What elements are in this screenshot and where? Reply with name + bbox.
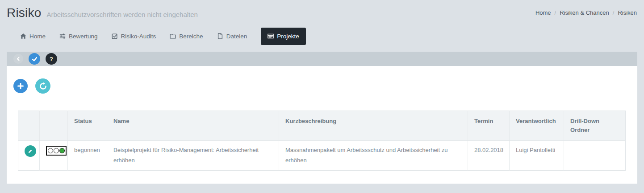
- question-mark-icon: ?: [50, 56, 53, 62]
- add-button[interactable]: [13, 79, 28, 93]
- traffic-bulb-3-green: [59, 148, 65, 153]
- help-button[interactable]: ?: [46, 53, 57, 65]
- check-icon: [32, 56, 38, 62]
- main-panel: ? Status Name Kurzbeschrei: [7, 52, 637, 184]
- tab-risiko-audits[interactable]: Risiko-Audits: [112, 33, 156, 40]
- kurzbeschreibung-cell: Massnahmenpakelt um Arbeitssschutz und A…: [279, 141, 468, 171]
- column-header-drilldown: Drill-Down Ordner: [564, 111, 626, 141]
- tab-projekte[interactable]: Projekte: [261, 28, 306, 45]
- column-header-name: Name: [107, 111, 279, 141]
- tab-bar: Home Bewertung Risiko-Audits Bereiche Da…: [20, 27, 637, 45]
- tab-label: Bereiche: [179, 33, 203, 40]
- page-subtitle: Arbeitsschutzvorschriften werden nicht e…: [46, 11, 198, 18]
- edit-row-button[interactable]: [25, 145, 36, 157]
- tab-label: Bewertung: [69, 33, 98, 40]
- traffic-bulb-2: [54, 148, 59, 153]
- termin-cell: 28.02.2018: [468, 141, 510, 171]
- refresh-icon: [39, 82, 47, 90]
- chevron-left-icon: [16, 57, 21, 61]
- table-row: begonnen Beispielprojekt für Risiko-Mana…: [18, 141, 626, 171]
- column-header-edit: [18, 111, 40, 141]
- traffic-light-cell: [40, 141, 68, 171]
- traffic-bulb-1: [48, 148, 53, 153]
- tab-bereiche[interactable]: Bereiche: [170, 33, 203, 40]
- breadcrumb-separator: /: [613, 9, 615, 16]
- sliders-icon: [59, 33, 66, 39]
- column-header-status: Status: [68, 111, 107, 141]
- toolbar-strip: ?: [7, 52, 637, 66]
- status-cell: begonnen: [68, 141, 107, 171]
- column-header-verantwortlich: Verantwortlich: [510, 111, 564, 141]
- column-header-termin: Termin: [468, 111, 510, 141]
- check-square-icon: [112, 33, 118, 39]
- plus-icon: [17, 82, 24, 90]
- tab-label: Home: [29, 33, 46, 40]
- pencil-icon: [28, 148, 33, 154]
- name-cell: Beispielprojekt für Risiko-Management: A…: [107, 141, 279, 171]
- traffic-light-icon[interactable]: [46, 146, 67, 156]
- column-header-traffic: [40, 111, 68, 141]
- page-title: Risiko: [7, 6, 41, 20]
- tab-home[interactable]: Home: [20, 33, 46, 40]
- back-button[interactable]: [13, 54, 23, 64]
- breadcrumb-separator: /: [555, 9, 556, 16]
- projects-table: Status Name Kurzbeschreibung Termin Vera…: [18, 111, 626, 171]
- breadcrumb-risiken[interactable]: Risiken: [618, 9, 637, 16]
- tab-bewertung[interactable]: Bewertung: [59, 33, 98, 40]
- drilldown-cell: [564, 141, 626, 171]
- tab-dateien[interactable]: Dateien: [217, 33, 247, 40]
- tab-label: Risiko-Audits: [121, 33, 156, 40]
- tab-label: Dateien: [226, 33, 247, 40]
- verantwortlich-cell: Luigi Pantolletti: [510, 141, 564, 171]
- column-header-kurzbeschreibung: Kurzbeschreibung: [279, 111, 468, 141]
- action-row: [13, 78, 625, 94]
- table-header-row: Status Name Kurzbeschreibung Termin Vera…: [18, 111, 626, 141]
- breadcrumb-risiken-chancen[interactable]: Risiken & Chancen: [560, 9, 609, 16]
- edit-cell: [18, 141, 40, 171]
- breadcrumb-home[interactable]: Home: [535, 9, 551, 16]
- list-icon: [268, 33, 274, 39]
- page-header: Risiko Arbeitsschutzvorschriften werden …: [0, 0, 644, 45]
- content-area: Status Name Kurzbeschreibung Termin Vera…: [7, 66, 637, 184]
- breadcrumb: Home / Risiken & Chancen / Risiken: [535, 9, 637, 16]
- home-icon: [20, 33, 26, 39]
- tab-label: Projekte: [277, 33, 299, 40]
- confirm-button[interactable]: [29, 53, 40, 65]
- refresh-button[interactable]: [35, 78, 50, 94]
- folder-icon: [170, 33, 176, 39]
- file-icon: [217, 33, 223, 39]
